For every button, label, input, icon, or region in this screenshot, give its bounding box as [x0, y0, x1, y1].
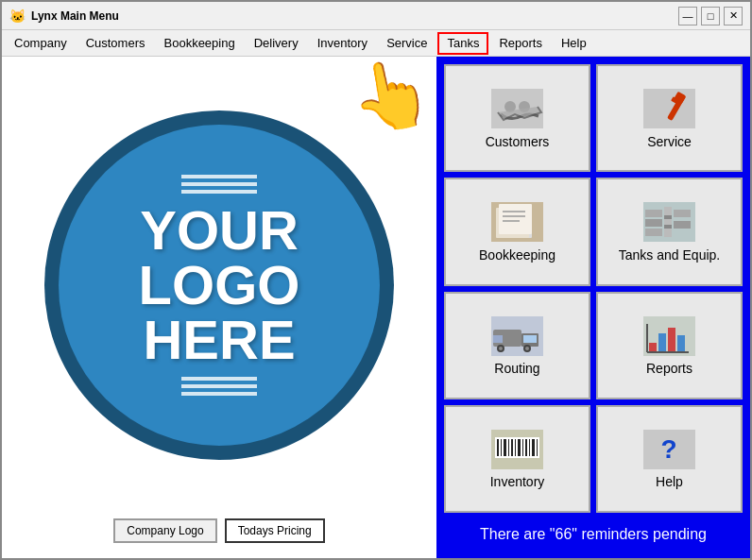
bookkeeping-button[interactable]: Bookkeeping	[444, 178, 590, 285]
content-area: YOUR LOGO HERE Company Logo Todays Pri	[2, 57, 750, 558]
logo-lines-bottom	[181, 377, 257, 396]
window-title: Lynx Main Menu	[31, 9, 119, 23]
svg-rect-36	[677, 335, 685, 352]
menu-item-tanks[interactable]: Tanks	[437, 32, 488, 55]
logo-area: YOUR LOGO HERE Company Logo Todays Pri	[2, 57, 436, 558]
logo-line-4	[181, 377, 257, 381]
svg-rect-10	[499, 204, 532, 234]
title-bar: 🐱 Lynx Main Menu — □ ✕	[2, 2, 750, 30]
tanks-icon	[643, 202, 695, 242]
svg-rect-21	[664, 215, 672, 219]
inventory-button[interactable]: Inventory	[444, 405, 590, 513]
minimize-button[interactable]: —	[678, 7, 697, 25]
help-icon-area: ?	[641, 428, 698, 470]
svg-rect-35	[668, 328, 675, 352]
svg-text:?: ?	[660, 434, 676, 464]
routing-label: Routing	[494, 361, 539, 376]
svg-rect-20	[674, 221, 691, 229]
svg-rect-17	[645, 229, 662, 236]
svg-point-28	[499, 347, 503, 350]
svg-rect-48	[522, 439, 523, 456]
service-label: Service	[647, 134, 692, 149]
svg-rect-45	[511, 439, 513, 456]
svg-rect-3	[643, 89, 695, 128]
todays-pricing-button[interactable]: Todays Pricing	[225, 518, 325, 543]
svg-rect-33	[649, 343, 657, 352]
help-button[interactable]: ? Help	[596, 405, 743, 513]
logo-text: YOUR LOGO HERE	[139, 203, 300, 367]
logo-bottom-buttons: Company Logo Todays Pricing	[108, 513, 330, 549]
right-panel: Customers	[436, 57, 750, 558]
svg-rect-22	[664, 225, 672, 229]
customers-button[interactable]: Customers	[444, 64, 590, 172]
reports-icon-area	[641, 314, 698, 357]
grid-buttons: Customers	[444, 64, 743, 513]
menu-item-help[interactable]: Help	[553, 32, 595, 55]
svg-rect-44	[508, 439, 509, 456]
routing-icon	[491, 316, 543, 356]
svg-rect-19	[674, 210, 691, 217]
inventory-icon	[491, 430, 543, 469]
menu-item-inventory[interactable]: Inventory	[309, 32, 376, 55]
logo-line-your: YOUR	[139, 203, 300, 258]
logo-line-6	[181, 392, 257, 396]
svg-rect-51	[532, 439, 535, 456]
menu-item-service[interactable]: Service	[378, 32, 436, 55]
svg-rect-26	[523, 335, 537, 343]
menu-item-delivery[interactable]: Delivery	[246, 32, 307, 55]
logo-circle-outer: YOUR LOGO HERE	[44, 110, 394, 460]
svg-rect-49	[525, 439, 527, 456]
svg-rect-31	[493, 335, 503, 343]
routing-icon-area	[489, 314, 546, 357]
menu-item-company[interactable]: Company	[6, 32, 76, 55]
svg-rect-34	[658, 333, 666, 352]
title-bar-left: 🐱 Lynx Main Menu	[9, 8, 119, 24]
bookkeeping-icon	[491, 202, 543, 242]
menu-item-reports[interactable]: Reports	[490, 32, 551, 55]
menu-bar: Company Customers Bookkeeping Delivery I…	[2, 30, 750, 57]
customers-label: Customers	[486, 134, 550, 149]
reports-button[interactable]: Reports	[596, 292, 743, 399]
customers-icon-area	[489, 88, 546, 130]
svg-rect-15	[645, 210, 662, 217]
help-icon: ?	[643, 430, 695, 469]
svg-rect-42	[501, 439, 502, 456]
logo-line-logo: LOGO	[139, 258, 300, 313]
service-icon	[643, 89, 695, 128]
svg-rect-46	[515, 439, 516, 456]
tanks-button[interactable]: Tanks and Equip.	[596, 178, 743, 285]
bookkeeping-icon-area	[489, 201, 546, 244]
svg-rect-16	[645, 219, 662, 227]
reminders-text: There are "66" reminders pending	[444, 518, 743, 551]
logo-line-5	[181, 384, 257, 388]
svg-rect-18	[664, 207, 672, 237]
service-icon-area	[641, 88, 698, 130]
service-button[interactable]: Service	[596, 64, 743, 172]
inventory-icon-area	[489, 428, 546, 470]
bookkeeping-label: Bookkeeping	[479, 247, 555, 263]
logo-container: YOUR LOGO HERE	[2, 57, 436, 513]
logo-line-here: HERE	[139, 313, 300, 367]
svg-rect-52	[537, 439, 538, 456]
logo-line-2	[181, 182, 257, 186]
logo-line-1	[181, 175, 257, 178]
svg-rect-43	[504, 439, 506, 456]
reports-label: Reports	[646, 361, 692, 376]
logo-circle-inner: YOUR LOGO HERE	[59, 125, 380, 446]
svg-rect-50	[529, 439, 530, 456]
svg-rect-47	[518, 439, 521, 456]
menu-item-customers[interactable]: Customers	[77, 32, 154, 55]
svg-point-30	[525, 347, 529, 350]
company-logo-button[interactable]: Company Logo	[113, 518, 216, 543]
menu-item-bookkeeping[interactable]: Bookkeeping	[156, 32, 244, 55]
logo-line-3	[181, 190, 257, 194]
maximize-button[interactable]: □	[701, 7, 720, 25]
reports-icon	[643, 316, 695, 356]
routing-button[interactable]: Routing	[444, 292, 590, 399]
app-icon: 🐱	[9, 8, 26, 24]
help-label: Help	[656, 474, 683, 489]
svg-rect-41	[497, 439, 499, 456]
close-button[interactable]: ✕	[724, 7, 743, 25]
customers-icon	[491, 89, 543, 128]
tanks-label: Tanks and Equip.	[619, 247, 720, 263]
